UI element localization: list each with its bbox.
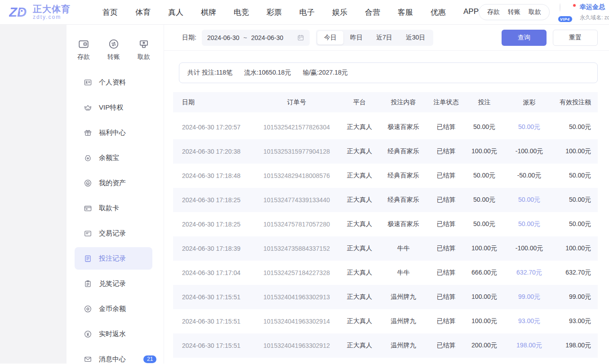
nav-item[interactable]: APP [463, 7, 479, 18]
sidebar-item[interactable]: 福利中心 [67, 120, 164, 145]
cell-bet-amount: 50.00元 [465, 172, 503, 180]
sidebar-menu: 个人资料VIP特权福利中心余额宝我的资产取款卡交易记录投注记录兑奖记录金币余额实… [67, 70, 164, 364]
search-button[interactable]: 查询 [502, 30, 547, 46]
nav-item[interactable]: 合营 [365, 7, 380, 18]
wallet-action[interactable]: 存款 [487, 8, 500, 16]
page-layout: 存款转账取款 个人资料VIP特权福利中心余额宝我的资产取款卡交易记录投注记录兑奖… [0, 25, 609, 364]
cell-bet-amount: 50.00元 [465, 123, 503, 131]
cell-platform: 正大真人 [339, 123, 380, 131]
wallet-action[interactable]: 取款 [529, 8, 541, 16]
quick-action[interactable]: 转账 [107, 38, 120, 66]
cell-status: 已结算 [427, 172, 465, 180]
coin-icon [84, 305, 92, 313]
cell-status: 已结算 [427, 220, 465, 228]
nav-item[interactable]: 首页 [102, 7, 118, 18]
cell-order-no: 1015325315977904128 [254, 148, 339, 155]
date-range-input[interactable]: 2024-06-30 ~ 2024-06-30 [202, 30, 310, 46]
permanent-domain-note: 永久域名: zdty.com [580, 14, 609, 21]
clipboard-icon [84, 280, 92, 288]
summary-turnover: 流水:10650.18元 [244, 69, 291, 77]
cell-bet-amount: 100.00元 [465, 244, 503, 253]
quick-action[interactable]: 存款 [77, 38, 90, 66]
table-row: 2024-06-30 17:15:511015324041963302914正大… [173, 309, 598, 333]
nav-item[interactable]: 棋牌 [201, 7, 216, 18]
filter-bar: 日期: 2024-06-30 ~ 2024-06-30 今日昨日近7日近30日 … [164, 25, 609, 51]
cell-bet-content: 经典百家乐 [380, 147, 427, 155]
range-button[interactable]: 今日 [317, 31, 343, 44]
sidebar-item[interactable]: 金币余额 [67, 296, 164, 321]
cell-order-no: 1015324829418008576 [254, 172, 339, 179]
user-info: 幸运金总 总资产: 永久域名: zdty.com [580, 2, 609, 22]
range-button[interactable]: 近7日 [369, 31, 399, 44]
column-header: 注单状态 [427, 98, 465, 107]
sidebar-item[interactable]: 取款卡 [67, 195, 164, 221]
sidebar-item-label: 个人资料 [99, 78, 126, 87]
cell-bet-amount: 666.00元 [465, 269, 503, 277]
quick-range-group: 今日昨日近7日近30日 [316, 30, 433, 46]
cell-order-no: 1015324757817057280 [254, 221, 339, 228]
cell-bet-content: 极速百家乐 [380, 123, 427, 131]
cell-order-no: 1015324041963302912 [254, 342, 339, 349]
reset-button[interactable]: 重置 [553, 30, 598, 46]
svg-text:ZD: ZD [9, 4, 27, 19]
nav-item[interactable]: 电竞 [234, 7, 249, 18]
mail-icon [84, 355, 92, 364]
sidebar-item[interactable]: 交易记录 [67, 221, 164, 246]
site-logo[interactable]: ZD 正大体育 zdty.com [9, 4, 93, 21]
cell-status: 已结算 [427, 196, 465, 204]
cell-platform: 正大真人 [339, 147, 380, 155]
sidebar-item[interactable]: 兑奖记录 [67, 271, 164, 296]
cell-order-no: 1015324041963302914 [254, 318, 339, 325]
cell-bet-content: 经典百家乐 [380, 196, 427, 204]
avatar[interactable]: VIP4 [560, 4, 576, 21]
nav-item[interactable]: 体育 [135, 7, 151, 18]
cell-valid-bet: 198.00元 [555, 342, 598, 350]
cell-bet-amount: 100.00元 [465, 147, 503, 155]
wallet-action[interactable]: 转账 [508, 8, 520, 16]
nav-item[interactable]: 优惠 [431, 7, 446, 18]
username[interactable]: 幸运金总 [580, 2, 605, 11]
nav-item[interactable]: 娱乐 [332, 7, 347, 18]
summary-winloss: 输/赢:2027.18元 [302, 69, 347, 77]
range-button[interactable]: 近30日 [399, 31, 432, 44]
cell-valid-bet: 50.00元 [555, 123, 598, 131]
wallet-pill: 存款转账取款 [479, 4, 550, 20]
cell-status: 已结算 [427, 342, 465, 350]
user-block[interactable]: VIP4 幸运金总 总资产: 永久域名: zdty.com [560, 2, 609, 22]
sidebar-item[interactable]: 实时返水 [67, 321, 164, 346]
nav-item[interactable]: 彩票 [267, 7, 282, 18]
range-button[interactable]: 昨日 [343, 31, 369, 44]
cell-bet-content: 牛牛 [380, 269, 427, 277]
column-header: 平台 [339, 98, 380, 107]
sidebar-item-label: 交易记录 [99, 229, 126, 238]
transfer-icon [108, 38, 120, 50]
cell-order-no: 1015324257184227328 [254, 269, 339, 276]
sidebar-item[interactable]: 余额宝 [67, 145, 164, 170]
nav-item[interactable]: 真人 [168, 7, 183, 18]
quick-action-label: 存款 [77, 53, 90, 61]
sidebar-item-label: 兑奖记录 [99, 280, 126, 288]
date-filter-label: 日期: [182, 34, 196, 42]
cell-payout: 50.00元 [503, 220, 555, 228]
cell-valid-bet: 93.00元 [555, 317, 598, 325]
nav-item[interactable]: 电子 [299, 7, 315, 18]
table-row: 2024-06-30 17:18:391015324735884337152正大… [173, 236, 598, 261]
sidebar-item[interactable]: VIP特权 [67, 95, 164, 120]
cell-date: 2024-06-30 17:20:57 [173, 124, 254, 131]
quick-action[interactable]: 取款 [138, 38, 150, 66]
sidebar-item[interactable]: 个人资料 [67, 70, 164, 95]
cell-bet-content: 温州牌九 [380, 317, 427, 325]
brand-name: 正大体育 [33, 4, 71, 14]
table-row: 2024-06-30 17:20:381015325315977904128正大… [173, 139, 598, 164]
sidebar-item[interactable]: 我的资产 [67, 170, 164, 195]
logo-zd-icon: ZD [9, 4, 30, 21]
sidebar-item[interactable]: 消息中心21 [67, 346, 164, 364]
crown-icon [84, 103, 92, 112]
sidebar-item[interactable]: 投注记录 [75, 247, 152, 270]
top-bar: ZD 正大体育 zdty.com 首页体育真人棋牌电竞彩票电子娱乐合营客服优惠A… [0, 0, 609, 25]
cell-valid-bet: 632.70元 [555, 269, 598, 277]
date-from-value: 2024-06-30 [207, 34, 240, 41]
cell-date: 2024-06-30 17:15:51 [173, 318, 254, 325]
pot-icon [84, 154, 92, 162]
nav-item[interactable]: 客服 [398, 7, 413, 18]
